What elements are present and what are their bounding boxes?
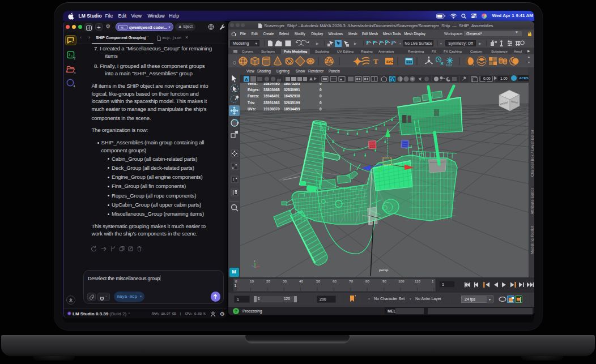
svg-text:110: 110	[415, 279, 420, 283]
svg-text:2: 2	[74, 56, 75, 59]
svg-text:50: 50	[316, 279, 320, 283]
svg-text:30: 30	[283, 279, 287, 283]
svg-text:0: 0	[235, 279, 237, 283]
svg-text:1: 1	[432, 279, 434, 283]
svg-text:10: 10	[250, 279, 254, 283]
svg-text:1: 1	[235, 284, 237, 288]
svg-text:0,0,0: 0,0,0	[446, 63, 452, 66]
svg-text:1: 1	[72, 40, 74, 44]
svg-text:3: 3	[74, 71, 75, 75]
svg-text:80: 80	[365, 279, 369, 283]
svg-text:A: A	[245, 76, 248, 82]
svg-text:100: 100	[398, 279, 405, 283]
svg-text:y: y	[254, 259, 256, 262]
svg-text:70: 70	[349, 279, 353, 283]
svg-text:4: 4	[74, 84, 75, 88]
svg-text:T: T	[373, 57, 378, 66]
svg-text:90: 90	[382, 279, 386, 283]
svg-text:SVG: SVG	[386, 59, 394, 63]
svg-text:40: 40	[299, 279, 303, 283]
svg-text:20: 20	[266, 279, 270, 283]
svg-text:60: 60	[333, 279, 337, 283]
